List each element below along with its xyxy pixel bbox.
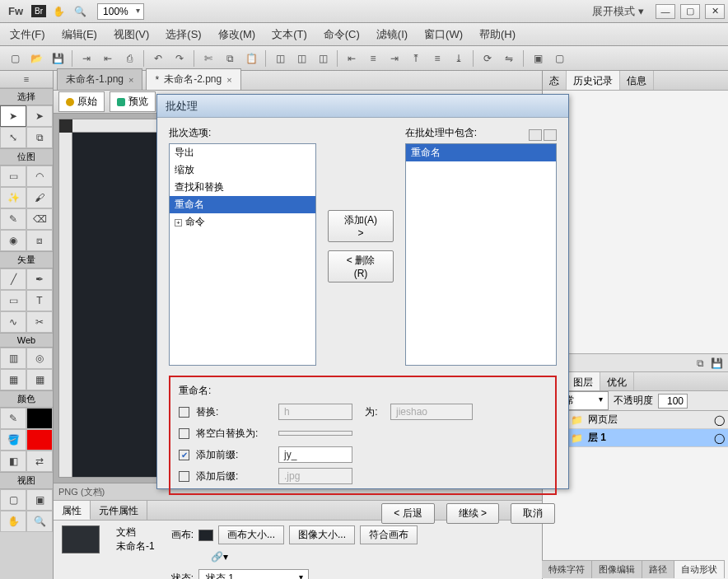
pen-tool-icon[interactable]: ✒ [26, 268, 53, 290]
zoom-icon[interactable]: 🔍 [71, 2, 89, 21]
list-item-selected[interactable]: 重命名 [406, 144, 556, 161]
tab-optimize[interactable]: 优化 [600, 372, 634, 390]
pencil-tool-icon[interactable]: ✎ [0, 208, 26, 230]
expand-mode-label[interactable]: 展开模式 ▾ [586, 4, 651, 19]
minimize-button[interactable]: — [656, 4, 675, 19]
tree-expand-icon[interactable]: + [175, 219, 182, 226]
line-tool-icon[interactable]: ╱ [0, 268, 26, 290]
rect-tool-icon[interactable]: ▭ [0, 290, 26, 311]
save-icon[interactable]: 💾 [48, 49, 68, 68]
prefix-checkbox[interactable]: ✔ [179, 450, 189, 460]
tab-history[interactable]: 历史记录 [567, 71, 620, 90]
canvas-size-button[interactable]: 画布大小... [218, 525, 284, 544]
copy-icon[interactable]: ⧉ [220, 49, 240, 68]
align-bottom-icon[interactable]: ⤓ [449, 49, 469, 68]
fill-color-icon[interactable]: 🪣 [0, 429, 26, 451]
list-item[interactable]: 缩放 [170, 161, 315, 179]
crop-tool-icon[interactable]: ⧉ [26, 127, 53, 148]
doc-tab-1[interactable]: 未命名-1.png × [57, 68, 142, 90]
continue-button[interactable]: 继续 > [446, 503, 499, 524]
group-icon[interactable]: ◫ [270, 49, 290, 68]
move-down-button[interactable] [544, 129, 557, 141]
bottom-tab-path[interactable]: 路径 [642, 561, 674, 578]
view-preview-button[interactable]: 预览 [110, 91, 156, 112]
front-icon[interactable]: ▣ [528, 49, 548, 68]
print-icon[interactable]: ⎙ [119, 49, 139, 68]
zoom-tool-icon[interactable]: 🔍 [26, 511, 53, 532]
import-icon[interactable]: ⇥ [77, 49, 96, 68]
doc-tab-2[interactable]: *未命名-2.png × [146, 68, 240, 90]
share-icon[interactable]: ◯ [714, 432, 725, 444]
fill-swatch[interactable] [26, 429, 53, 451]
bottom-tab-special[interactable]: 特殊字符 [542, 561, 592, 578]
suffix-checkbox[interactable] [179, 471, 189, 482]
ungroup-icon[interactable]: ◫ [292, 49, 311, 68]
view-original-button[interactable]: 原始 [58, 91, 105, 112]
share-icon[interactable]: ◯ [714, 414, 725, 426]
opacity-input[interactable]: 100 [658, 394, 688, 409]
replace-input[interactable]: h [278, 404, 352, 420]
tab-layers[interactable]: 图层 [567, 372, 600, 390]
bottom-tab-image-edit[interactable]: 图像编辑 [592, 561, 642, 578]
move-up-button[interactable] [529, 129, 542, 141]
fit-canvas-button[interactable]: 符合画布 [360, 525, 418, 544]
rotate-icon[interactable]: ⟳ [478, 49, 497, 68]
cut-icon[interactable]: ✄ [198, 49, 218, 68]
hotspot-tool-icon[interactable]: ◎ [26, 348, 53, 369]
show-slice-icon[interactable]: ▦ [26, 369, 53, 390]
image-size-button[interactable]: 图像大小... [289, 525, 355, 544]
close-button[interactable]: ✕ [705, 4, 725, 19]
paste-icon[interactable]: 📋 [241, 49, 261, 68]
menu-filter[interactable]: 滤镜(I) [373, 25, 411, 44]
standard-screen-icon[interactable]: ▢ [0, 489, 26, 511]
freeform-tool-icon[interactable]: ∿ [0, 311, 26, 333]
subselect-tool-icon[interactable]: ➤ [26, 105, 53, 127]
list-item[interactable]: 导出 [170, 144, 315, 161]
menu-modify[interactable]: 修改(M) [215, 25, 259, 44]
swap-colors-icon[interactable]: ⇄ [26, 451, 53, 472]
stroke-color-icon[interactable]: ✎ [0, 408, 26, 429]
default-colors-icon[interactable]: ◧ [0, 451, 26, 472]
menu-help[interactable]: 帮助(H) [476, 25, 519, 44]
tb-icon[interactable]: ◫ [313, 49, 333, 68]
tools-menu-icon[interactable]: ≡ [0, 71, 53, 88]
blank-checkbox[interactable] [179, 428, 189, 439]
cancel-button[interactable]: 取消 [511, 503, 555, 524]
save-icon[interactable]: 💾 [711, 357, 723, 369]
maximize-button[interactable]: ▢ [680, 4, 700, 19]
marquee-tool-icon[interactable]: ▭ [0, 166, 26, 187]
export-icon[interactable]: ⇤ [98, 49, 118, 68]
suffix-input[interactable]: .jpg [278, 468, 352, 484]
prefix-input[interactable]: jy_ [278, 446, 352, 463]
brush-tool-icon[interactable]: 🖌 [26, 187, 53, 208]
tab-element-properties[interactable]: 元件属性 [91, 501, 147, 520]
bridge-chip[interactable]: Br [31, 5, 46, 17]
list-item[interactable]: 查找和替换 [170, 179, 315, 196]
align-center-icon[interactable]: ≡ [363, 49, 383, 68]
stamp-tool-icon[interactable]: ⧈ [26, 230, 53, 251]
tab-state-narrow[interactable]: 态 [543, 71, 567, 90]
eraser-tool-icon[interactable]: ⌫ [26, 208, 53, 230]
stroke-swatch[interactable] [26, 408, 53, 429]
menu-select[interactable]: 选择(S) [162, 25, 204, 44]
copy-icon[interactable]: ⧉ [697, 357, 704, 369]
menu-file[interactable]: 文件(F) [7, 25, 49, 44]
back-button[interactable]: < 后退 [381, 503, 434, 524]
text-tool-icon[interactable]: T [26, 290, 53, 311]
new-icon[interactable]: ▢ [5, 49, 25, 68]
menu-view[interactable]: 视图(V) [110, 25, 152, 44]
flip-icon[interactable]: ⇋ [499, 49, 519, 68]
hand-tool-icon[interactable]: ✋ [0, 511, 26, 532]
full-screen-icon[interactable]: ▣ [26, 489, 53, 511]
blur-tool-icon[interactable]: ◉ [0, 230, 26, 251]
replace-checkbox[interactable] [179, 407, 189, 418]
add-button[interactable]: 添加(A) > [328, 210, 394, 242]
tab-properties[interactable]: 属性 [54, 501, 91, 520]
open-icon[interactable]: 📂 [26, 49, 46, 68]
lasso-tool-icon[interactable]: ◠ [26, 166, 53, 187]
state-select[interactable]: 状态 1 [198, 569, 309, 579]
menu-edit[interactable]: 编辑(E) [58, 25, 100, 44]
scale-tool-icon[interactable]: ⤡ [0, 127, 26, 148]
slice-tool-icon[interactable]: ▥ [0, 348, 26, 369]
wand-tool-icon[interactable]: ✨ [0, 187, 26, 208]
